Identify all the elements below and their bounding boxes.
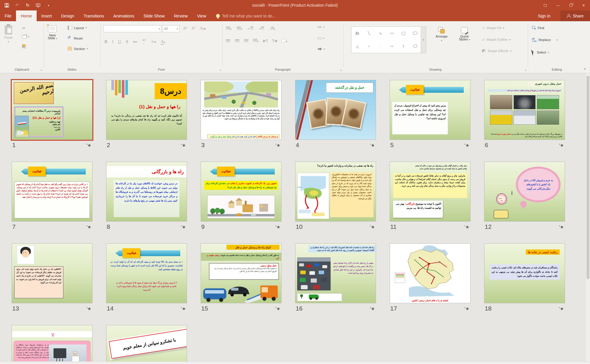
clear-formatting-button[interactable]: A <box>200 26 206 31</box>
slide-thumbnail[interactable]: حمل ونقل درون شهری امروزه مردم برای جابه… <box>484 80 565 140</box>
numbering-button[interactable]: ▾ <box>237 27 242 31</box>
slide-thumbnail[interactable]: درس8 را هها و حمل و نقل (1) آیا تاکنون ف… <box>106 80 187 140</box>
line-spacing-button[interactable]: ↕▾ <box>269 27 275 31</box>
right-arrow-shape-icon[interactable]: ⇨ <box>391 44 393 48</box>
tab-animations[interactable]: Animations <box>109 10 139 21</box>
tab-review[interactable]: Review <box>169 10 192 21</box>
replace-button[interactable]: ab↳acReplace▾ <box>532 38 558 42</box>
elbow-connector-icon[interactable]: ⌐ <box>368 44 370 48</box>
shape-outline-button[interactable]: ▱Shape Outline▾ <box>482 38 511 42</box>
find-button[interactable]: Find <box>532 26 544 30</box>
rounded-rectangle-shape-icon[interactable] <box>413 32 417 35</box>
slide-thumbnail[interactable]: فعالیت ۱ در کلاس درباره ی موارد زیر، گفت… <box>12 162 92 222</box>
shapes-gallery[interactable]: A≡ ╲ ⇘ ▭ ◯ △ ⌐ ﹅ ⇨ ⇩ <box>351 26 421 53</box>
text-direction-button[interactable]: ‖A▾ <box>318 25 324 29</box>
tab-transitions[interactable]: Transitions <box>79 10 108 21</box>
grow-font-button[interactable]: A▴ <box>183 26 187 31</box>
line-shape-icon[interactable]: ╲ <box>368 31 370 35</box>
collapse-ribbon-icon[interactable]: ∧ <box>584 67 586 71</box>
section-button[interactable]: Section▾ <box>67 47 88 51</box>
italic-button[interactable]: I <box>112 39 113 44</box>
bullets-button[interactable]: ▾ <box>226 27 231 31</box>
slide-thumbnail[interactable]: برای مثال، در استان گیلان چای و برنج تول… <box>390 162 470 222</box>
arrange-button[interactable]: Arrange▾ <box>436 27 448 42</box>
reset-button[interactable]: Reset <box>67 36 83 40</box>
slide-thumbnail[interactable]: حمل و نقل در گذشته <box>295 80 376 140</box>
align-left-button[interactable] <box>226 39 230 42</box>
cut-button[interactable]: ✂ <box>22 26 26 31</box>
columns-button[interactable]: ▾ <box>281 39 287 43</box>
select-button[interactable]: Select▾ <box>532 49 549 56</box>
align-right-button[interactable] <box>244 39 248 42</box>
paste-button[interactable]: Paste▾ <box>4 25 13 43</box>
rectangle-shape-icon[interactable]: ▭ <box>390 31 393 35</box>
vertical-scrollbar[interactable] <box>586 73 590 364</box>
new-slide-button[interactable]: New Slide ▾ <box>48 25 57 40</box>
font-name-combo[interactable]: ▾ <box>103 25 161 32</box>
slide-thumbnail[interactable]: راه ها چه نقشی در صادرات و واردات کشور م… <box>295 162 376 222</box>
scrollbar-thumb[interactable] <box>587 76 589 279</box>
decrease-indent-button[interactable]: ⇐ <box>247 26 253 31</box>
paragraph-dialog-launcher-icon[interactable]: ↘ <box>340 69 342 72</box>
format-painter-button[interactable] <box>22 44 26 48</box>
tell-me-box[interactable]: Tell me what you want to do... <box>216 10 276 21</box>
minimize-icon[interactable]: — <box>552 0 564 10</box>
textbox-shape-icon[interactable]: A≡ <box>356 31 359 35</box>
copy-button[interactable]: ▾ <box>22 35 29 38</box>
tab-file[interactable]: File <box>0 10 16 21</box>
close-icon[interactable]: ✕ <box>577 0 590 10</box>
shapes-gallery-more-icon[interactable]: ▾ <box>421 26 426 53</box>
align-center-button[interactable] <box>235 39 239 42</box>
slide-thumbnail[interactable]: به خرید و فروش کالا در داخل یک کشور یا ب… <box>484 162 565 222</box>
slide-thumbnail[interactable]: فعالیت پرس وجو کنید که پیش از اختراع اتو… <box>390 80 470 140</box>
slide-thumbnail[interactable]: راه های جاده ای: به نقشه ی جاده های کشور… <box>295 243 376 303</box>
share-button[interactable]: Share <box>560 10 590 21</box>
slide-thumbnail[interactable]: فعالیت ۱ به بسته بندی یک کالا توجه کنید … <box>106 243 187 303</box>
ltr-direction-button[interactable]: ▶¶ <box>263 39 268 43</box>
down-arrow-shape-icon[interactable]: ⇩ <box>402 44 405 48</box>
customize-qat-icon[interactable]: ▾ <box>46 3 51 8</box>
convert-smartart-button[interactable]: ▾ <box>318 47 325 51</box>
shape-effects-button[interactable]: Shape Effects▾ <box>482 49 511 53</box>
font-color-button[interactable]: A▾ <box>161 39 165 44</box>
increase-indent-button[interactable]: ⇒ <box>259 26 264 31</box>
tab-view[interactable]: View <box>192 10 211 21</box>
character-spacing-button[interactable]: AV↔ <box>142 38 146 45</box>
restore-icon[interactable] <box>564 0 577 10</box>
align-text-button[interactable]: [↕]▾ <box>318 36 324 40</box>
font-dialog-launcher-icon[interactable]: ↘ <box>219 69 221 72</box>
curve-connector-icon[interactable]: ﹅ <box>379 44 382 49</box>
freeform-shape-icon[interactable] <box>413 45 417 48</box>
slide-thumbnail[interactable]: راه ها و بازرگانی در درس پیش، خواندید که… <box>106 162 187 222</box>
shrink-font-button[interactable]: A▾ <box>191 26 196 31</box>
ribbon-display-options-icon[interactable] <box>539 0 552 10</box>
slide-thumbnail[interactable]: راه برای جابه جایی مردم و کالاها از مکان… <box>201 80 281 140</box>
tab-home[interactable]: Home <box>16 10 37 21</box>
drawing-dialog-launcher-icon[interactable]: ↘ <box>524 69 527 72</box>
strikethrough-button[interactable]: abe <box>133 40 137 43</box>
triangle-shape-icon[interactable]: △ <box>356 44 359 48</box>
save-icon[interactable] <box>4 3 9 8</box>
quick-styles-button[interactable]: Quick Styles ▾ <box>459 27 470 41</box>
slide-thumbnail[interactable]: نقشه ی را ه های اصلی زمینی کشور <box>390 243 470 303</box>
slide-thumbnail[interactable]: انواع راه ها و وسایل حمل و نقل به طور کل… <box>201 243 281 303</box>
tab-slideshow[interactable]: Slide Show <box>139 10 170 21</box>
text-shadow-button[interactable]: S <box>126 39 128 44</box>
slide-thumbnail[interactable]: *کالاهایی که در داخل یک ناحیه تولید شده … <box>12 243 92 303</box>
rtl-direction-button[interactable]: ¶◀ <box>272 39 277 43</box>
start-slideshow-icon[interactable] <box>35 3 41 8</box>
clipboard-dialog-launcher-icon[interactable]: ↘ <box>40 69 42 72</box>
tab-design[interactable]: Design <box>56 10 79 21</box>
slide-thumbnail[interactable]: *همه ی سرنشینان خودروها، یعنی رانندگان و… <box>12 325 92 364</box>
arrow-shape-icon[interactable]: ⇘ <box>379 31 382 35</box>
change-case-button[interactable]: Aa▾ <box>151 40 156 44</box>
justify-button[interactable]: ▾ <box>253 39 259 43</box>
underline-button[interactable]: U <box>118 39 121 44</box>
redo-icon[interactable]: ↻ <box>25 3 30 8</box>
slide-thumbnail[interactable]: رعایت ایمنی در جاذه ها رانندگان و مسافرا… <box>484 243 565 303</box>
slide-thumbnail[interactable]: بسم الله الرحمن الرحیم پاورپوینت درس 8 م… <box>12 80 92 140</box>
layout-button[interactable]: Layout▾ <box>67 26 87 30</box>
oval-shape-icon[interactable]: ◯ <box>402 31 405 35</box>
slide-thumbnail[interactable]: فعالیت تصویر زیر، یک کارخانه ی کمپوت ساز… <box>201 162 281 222</box>
slide-thumbnail[interactable]: با تشکرو سپاس از معلم خوبم <box>106 325 187 364</box>
